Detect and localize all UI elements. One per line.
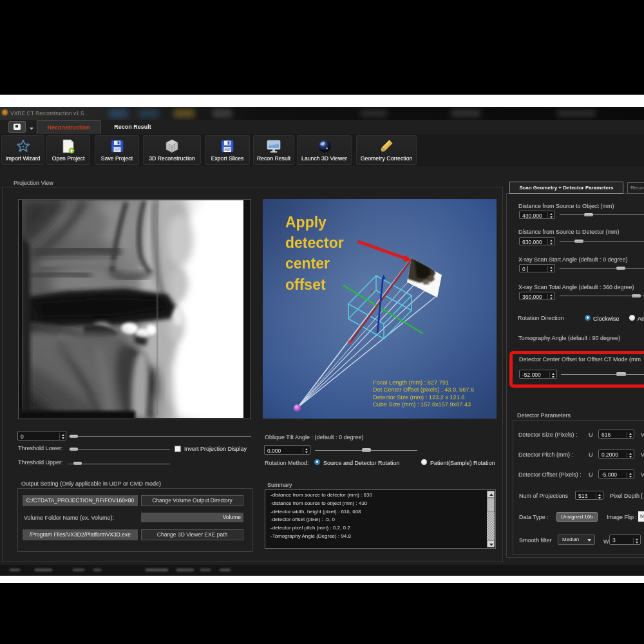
svg-text:center: center — [285, 255, 330, 272]
svg-text:Det Center Offset (pixels) : 4: Det Center Offset (pixels) : 43.0, 567.6 — [373, 386, 474, 393]
svg-text:Detector Size (mm) : 123.2 x 1: Detector Size (mm) : 123.2 x 121.6 — [373, 394, 464, 401]
svg-text:Focal Length (mm) : 827.791: Focal Length (mm) : 827.791 — [373, 379, 449, 386]
svg-text:Cube Size (mm) : 157.8x157.9x8: Cube Size (mm) : 157.8x157.9x87.43 — [373, 401, 471, 408]
svg-text:Apply: Apply — [285, 214, 327, 231]
svg-text:detector: detector — [285, 234, 344, 251]
svg-text:offset: offset — [285, 276, 326, 293]
